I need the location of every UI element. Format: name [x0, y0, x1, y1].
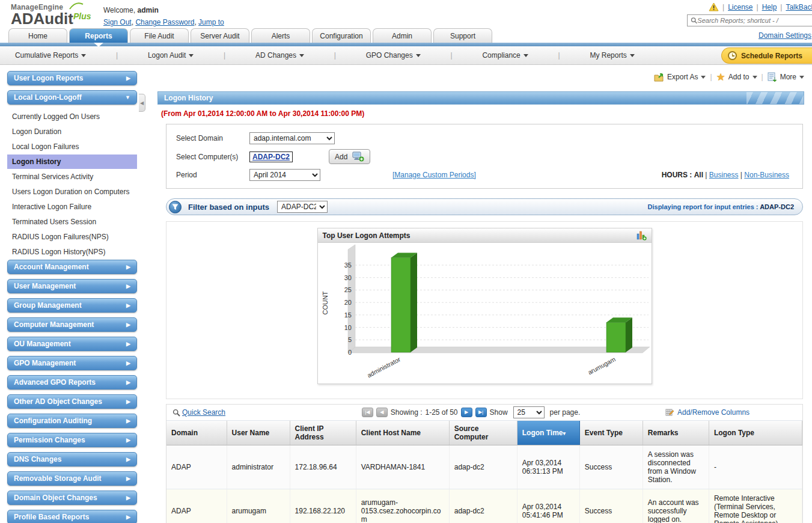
sidebar-section-computer-management[interactable]: Computer Management▶ [7, 317, 137, 332]
sidebar-item-radius-logon-failures[interactable]: RADIUS Logon Failures(NPS) [7, 230, 137, 244]
column-header-domain[interactable]: Domain [166, 421, 227, 445]
domain-select[interactable]: adap.internal.com [249, 132, 335, 144]
sidebar-section-domain-object-changes[interactable]: Domain Object Changes▶ [7, 491, 137, 505]
sidebar-section-group-management[interactable]: Group Management▶ [7, 298, 137, 313]
sidebar-section-user-logon-reports[interactable]: User Logon Reports▶ [7, 71, 137, 85]
star-icon: ★ [716, 72, 725, 82]
tab-server-audit[interactable]: Server Audit [191, 28, 249, 43]
menu-ad-changes[interactable]: AD Changes [255, 51, 304, 60]
sidebar-section-user-management[interactable]: User Management▶ [7, 279, 137, 293]
sidebar-item-radius-logon-history[interactable]: RADIUS Logon History(NPS) [7, 245, 137, 259]
menu-gpo-changes[interactable]: GPO Changes [366, 51, 421, 60]
column-header-client-ip[interactable]: Client IP Address [290, 421, 356, 445]
sign-out-link[interactable]: Sign Out [103, 18, 132, 26]
sidebar-section-removable-storage-audit[interactable]: Removable Storage Audit▶ [7, 471, 137, 486]
chevron-right-icon: ▶ [126, 284, 130, 289]
sidebar-item-logon-duration[interactable]: Logon Duration [7, 124, 137, 139]
tab-alerts[interactable]: Alerts [251, 28, 310, 43]
column-header-logon-type[interactable]: Logon Type [709, 421, 802, 445]
schedule-reports-button[interactable]: Schedule Reports [721, 47, 812, 64]
warning-icon[interactable] [709, 2, 719, 11]
license-link[interactable]: License [728, 3, 752, 11]
sidebar-item-interactive-logon-failure[interactable]: Interactive Logon Failure [7, 200, 137, 214]
more-button[interactable]: More [768, 72, 804, 82]
table-row[interactable]: ADAP administrator 172.18.96.64 VARDHAMA… [166, 445, 802, 489]
logon-attempts-bar-chart: 05101520253035administratorarumugamCOUNT [318, 243, 653, 384]
sidebar-section-permission-changes[interactable]: Permission Changes▶ [7, 433, 137, 447]
column-header-user-name[interactable]: User Name [227, 421, 290, 445]
change-password-link[interactable]: Change Password [135, 18, 194, 26]
tab-file-audit[interactable]: File Audit [130, 28, 189, 43]
sidebar-section-account-management[interactable]: Account Management▶ [7, 260, 137, 274]
menu-my-reports[interactable]: My Reports [590, 51, 634, 60]
svg-text:administrator: administrator [365, 355, 401, 379]
sidebar-item-users-logon-duration-on-computers[interactable]: Users Logon Duration on Computers [7, 185, 137, 199]
sidebar-item-currently-logged-on-users[interactable]: Currently Logged On Users [7, 109, 137, 124]
tab-configuration[interactable]: Configuration [312, 28, 371, 43]
menu-compliance[interactable]: Compliance [482, 51, 528, 60]
filter-input-select[interactable]: ADAP-DC2 [277, 201, 328, 213]
sidebar-section-ou-management[interactable]: OU Management▶ [7, 337, 137, 351]
cell-domain: ADAP [166, 489, 227, 523]
sidebar-collapse-handle[interactable]: ◀ [139, 94, 145, 112]
column-header-client-host[interactable]: Client Host Name [356, 421, 449, 445]
help-link[interactable]: Help [762, 3, 777, 11]
menu-logon-audit[interactable]: Logon Audit [148, 51, 194, 60]
chart-type-icon[interactable] [636, 230, 647, 240]
first-page-button[interactable]: |◀ [362, 408, 373, 417]
last-page-button[interactable]: ▶| [475, 408, 487, 417]
talkback-link[interactable]: TalkBack [786, 3, 812, 11]
table-row[interactable]: ADAP arumugam 192.168.22.120 arumugam-01… [166, 489, 802, 523]
chevron-right-icon: ▶ [126, 476, 130, 482]
column-header-logon-time[interactable]: Logon Time▾ [517, 421, 579, 445]
next-page-button[interactable]: ▶ [461, 408, 472, 417]
sidebar-section-other-ad-object-changes[interactable]: Other AD Object Changes▶ [7, 394, 137, 409]
sidebar-section-advanced-gpo-reports[interactable]: Advanced GPO Reports▶ [7, 375, 137, 390]
tab-home[interactable]: Home [8, 28, 67, 43]
page-size-select[interactable]: 25 [513, 406, 545, 418]
hours-all-option[interactable]: All [694, 171, 703, 179]
tab-accent-stripe [0, 43, 812, 46]
column-header-source-computer[interactable]: Source Computer [449, 421, 517, 445]
hours-business-option[interactable]: Business [709, 171, 739, 179]
previous-page-button[interactable]: ◀ [376, 408, 388, 417]
manage-custom-periods-link[interactable]: [Manage Custom Periods] [392, 171, 476, 179]
header-stripes-decoration [746, 92, 804, 104]
chevron-right-icon: ▶ [126, 438, 130, 443]
tab-admin[interactable]: Admin [373, 28, 432, 43]
selected-computer-chip[interactable]: ADAP-DC2 [249, 151, 293, 162]
menu-cumulative-reports[interactable]: Cumulative Reports [15, 51, 86, 60]
sidebar-section-local-logon-logoff[interactable]: Local Logon-Logoff▼ [7, 90, 137, 105]
add-remove-columns-button[interactable]: Add/Remove Columns [665, 408, 749, 417]
svg-text:20: 20 [344, 299, 351, 306]
sidebar-section-configuration-auditing[interactable]: Configuration Auditing▶ [7, 414, 137, 428]
sidebar-section-dns-changes[interactable]: DNS Changes▶ [7, 452, 137, 466]
add-computer-button[interactable]: Add [329, 149, 370, 164]
report-search-box[interactable] [687, 14, 812, 26]
page-title: Logon History [164, 94, 213, 102]
cell-remarks: A session was disconnected from a Window… [643, 445, 709, 489]
jump-to-link[interactable]: Jump to [198, 18, 224, 26]
app-logo[interactable]: ManageEngine ADAuditPlus [11, 3, 90, 26]
document-icon [768, 72, 777, 82]
sidebar-item-local-logon-failures[interactable]: Local Logon Failures [7, 139, 137, 154]
tab-reports[interactable]: Reports [69, 28, 128, 43]
column-header-event-type[interactable]: Event Type [579, 421, 643, 445]
column-header-remarks[interactable]: Remarks [643, 421, 709, 445]
search-input[interactable] [697, 17, 812, 24]
sidebar-item-terminated-users-session[interactable]: Terminated Users Session [7, 215, 137, 229]
chevron-right-icon: ▶ [126, 495, 130, 501]
sidebar-item-terminal-services-activity[interactable]: Terminal Services Activity [7, 170, 137, 184]
period-select[interactable]: April 2014 [249, 169, 320, 181]
hours-non-business-option[interactable]: Non-Business [744, 171, 789, 179]
displaying-report-note: Displaying report for input entries : AD… [648, 203, 794, 210]
sidebar-section-gpo-management[interactable]: GPO Management▶ [7, 356, 137, 370]
sidebar-item-logon-history[interactable]: Logon History [7, 154, 137, 169]
domain-settings-link[interactable]: Domain Settings [759, 31, 811, 40]
sidebar-section-profile-based-reports[interactable]: Profile Based Reports▶ [7, 510, 137, 523]
tab-support[interactable]: Support [433, 28, 492, 43]
export-as-button[interactable]: Export As [654, 72, 706, 82]
report-data-grid: Quick Search |◀ ◀ Showing : 1-25 of 50 ▶… [166, 404, 803, 523]
add-to-button[interactable]: ★ Add to [716, 72, 757, 82]
quick-search-link[interactable]: Quick Search [182, 408, 225, 417]
